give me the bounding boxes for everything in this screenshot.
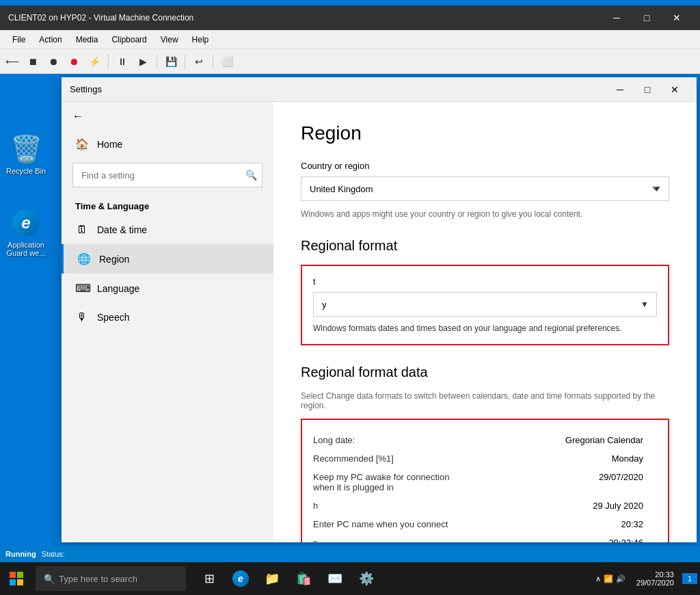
vm-status-prefix: Status:: [42, 550, 65, 558]
data-row-2-label: Keep my PC awake for connection when it …: [313, 472, 450, 492]
regional-format-box: t y ▼ Windows formats dates and times ba…: [301, 265, 669, 345]
vm-menu-action[interactable]: Action: [32, 30, 68, 49]
taskbar-search-input[interactable]: [59, 574, 178, 584]
region-icon: 🌐: [77, 252, 91, 265]
sidebar-item-date-time[interactable]: 🗓 Date & time: [62, 215, 273, 244]
country-label: Country or region: [301, 161, 669, 171]
settings-maximize-button[interactable]: □: [634, 77, 661, 102]
vm-status-text: Running: [5, 550, 36, 558]
sidebar-back-button[interactable]: ←: [62, 102, 273, 131]
sidebar-item-region[interactable]: 🌐 Region: [62, 244, 273, 274]
data-row-5-label: s: [313, 538, 479, 542]
tray-arrow-icon[interactable]: ∧: [595, 574, 601, 583]
svg-rect-3: [17, 579, 23, 585]
sidebar-home-label: Home: [97, 139, 122, 150]
desktop-icon-recycle-bin[interactable]: 🗑️ Recycle Bin: [1, 130, 51, 179]
vm-tool-record[interactable]: ⏺: [44, 52, 63, 71]
taskbar-task-view[interactable]: ⊞: [194, 564, 224, 594]
sidebar-item-language[interactable]: ⌨ Language: [62, 274, 273, 303]
vm-tool-power[interactable]: ⚡: [85, 52, 104, 71]
settings-close-button[interactable]: ✕: [661, 77, 688, 102]
data-row-1-value: Monday: [479, 453, 658, 464]
vm-titlebar: CLIENT02 on HYP02 - Virtual Machine Conn…: [0, 5, 700, 30]
svg-rect-1: [17, 572, 23, 578]
vm-maximize-button[interactable]: □: [632, 5, 662, 30]
settings-sidebar: ← 🏠 Home 🔍 Time & Language: [62, 102, 273, 542]
data-row-0-label: Long date:: [313, 435, 479, 445]
toolbar-separator-3: [185, 54, 185, 69]
taskbar-mail-icon[interactable]: ✉️: [320, 564, 350, 594]
vm-title: CLIENT02 on HYP02 - Virtual Machine Conn…: [8, 13, 602, 23]
format-dropdown-container: y ▼: [313, 292, 657, 317]
vm-menu-help[interactable]: Help: [185, 30, 216, 49]
data-row-1: Recommended [%1] Monday: [313, 449, 657, 468]
vm-tool-undo[interactable]: ↩: [189, 52, 208, 71]
system-tray: ∧ 📶 🔊: [590, 574, 631, 583]
taskbar-apps: ⊞ e 📁 🛍️ ✉️ ⚙️: [194, 564, 381, 594]
taskbar-search-container: 🔍: [36, 566, 186, 591]
taskbar-explorer-icon[interactable]: 📁: [257, 564, 287, 594]
vm-menu-clipboard[interactable]: Clipboard: [105, 30, 153, 49]
notification-count: 1: [688, 574, 692, 583]
data-row-3: h 29 July 2020: [313, 497, 657, 515]
search-icon: 🔍: [245, 170, 257, 181]
sidebar-home-item[interactable]: 🏠 Home: [62, 131, 273, 157]
vm-menu-view[interactable]: View: [154, 30, 185, 49]
taskbar-store-icon[interactable]: 🛍️: [288, 564, 319, 594]
country-dropdown[interactable]: United Kingdom: [301, 176, 669, 201]
regional-data-title: Regional format data: [301, 365, 669, 380]
vm-desktop-area: 🗑️ Recycle Bin e Application Guard we...…: [0, 74, 700, 546]
taskbar-settings-icon[interactable]: ⚙️: [351, 564, 381, 594]
format-label: t: [313, 277, 657, 287]
vm-tool-screen[interactable]: ⬜: [217, 52, 237, 71]
sidebar-search-input[interactable]: [72, 163, 262, 187]
data-row-4-value: 20:32: [479, 519, 658, 529]
date-time-icon: 🗓: [75, 224, 89, 236]
data-row-3-label: h: [313, 501, 479, 511]
edge-taskbar-icon: e: [232, 570, 249, 587]
taskbar-edge-icon[interactable]: e: [226, 564, 256, 594]
start-button[interactable]: [0, 562, 33, 595]
tray-volume-icon: 🔊: [616, 574, 625, 583]
vm-tool-pause[interactable]: ⏸: [113, 52, 132, 71]
vm-tool-stop[interactable]: ⏹: [23, 52, 42, 71]
vm-tool-save[interactable]: 💾: [161, 52, 180, 71]
recycle-bin-label: Recycle Bin: [6, 167, 46, 175]
vm-toolbar: ⟵ ⏹ ⏺ ⏺ ⚡ ⏸ ▶ 💾 ↩ ⬜: [0, 49, 700, 74]
sidebar-section-label: Time & Language: [62, 193, 273, 215]
data-row-4-label: Enter PC name when you connect: [313, 519, 479, 529]
vm-statusbar: Running Status:: [0, 546, 700, 562]
notification-button[interactable]: 1: [682, 573, 697, 584]
clock-display[interactable]: 20:33 29/07/2020: [631, 570, 679, 587]
recycle-bin-icon: 🗑️: [11, 134, 41, 164]
data-row-0-value: Gregorian Calendar: [479, 435, 658, 445]
tray-network-icon: 📶: [604, 574, 613, 583]
data-row-5-value: 20:32:46: [479, 538, 658, 542]
data-row-2-value: 29/07/2020: [450, 472, 657, 492]
format-dropdown[interactable]: y: [313, 292, 657, 317]
sidebar-item-date-time-label: Date & time: [97, 224, 147, 235]
vm-minimize-button[interactable]: ─: [602, 5, 632, 30]
data-row-3-value: 29 July 2020: [479, 501, 658, 511]
data-hint: Select Change data formats to switch bet…: [301, 391, 669, 410]
vm-tool-record2[interactable]: ⏺: [64, 52, 83, 71]
vm-menubar: File Action Media Clipboard View Help: [0, 30, 700, 49]
settings-window: Settings ─ □ ✕ ← 🏠: [62, 77, 697, 542]
vm-controls: ─ □ ✕: [602, 5, 692, 30]
sidebar-item-speech[interactable]: 🎙 Speech: [62, 303, 273, 332]
app-guard-label: Application Guard we...: [5, 241, 46, 257]
taskbar-right: ∧ 📶 🔊 20:33 29/07/2020 1: [590, 570, 700, 587]
home-icon: 🏠: [75, 137, 89, 150]
settings-minimize-button[interactable]: ─: [606, 77, 634, 102]
desktop-icon-app-guard[interactable]: e Application Guard we...: [1, 204, 51, 261]
settings-main: Region Country or region United Kingdom …: [273, 102, 697, 542]
vm-tool-left[interactable]: ⟵: [3, 52, 22, 71]
vm-tool-play[interactable]: ▶: [133, 52, 152, 71]
clock-time: 20:33: [655, 570, 674, 579]
sidebar-item-language-label: Language: [97, 283, 139, 294]
vm-close-button[interactable]: ✕: [662, 5, 692, 30]
vm-menu-file[interactable]: File: [5, 30, 32, 49]
vm-menu-media[interactable]: Media: [69, 30, 105, 49]
country-dropdown-container: United Kingdom ▼: [301, 176, 669, 201]
language-icon: ⌨: [75, 282, 89, 295]
